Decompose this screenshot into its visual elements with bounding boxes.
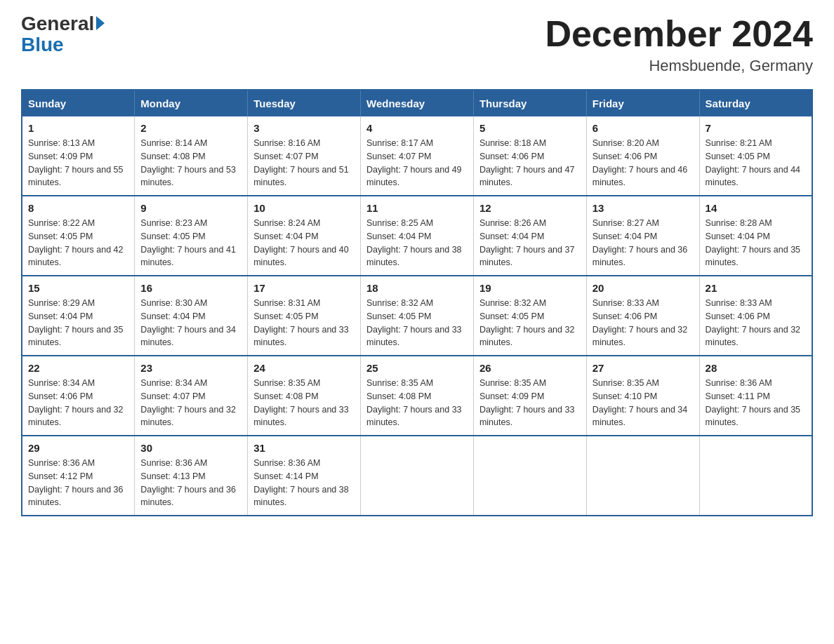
logo: General Blue: [21, 14, 105, 56]
daylight-label: Daylight: 7 hours and 49 minutes.: [366, 165, 462, 188]
daylight-label: Daylight: 7 hours and 38 minutes.: [253, 485, 349, 508]
daylight-label: Daylight: 7 hours and 36 minutes.: [140, 485, 236, 508]
header-thursday: Thursday: [473, 90, 586, 116]
day-number: 17: [253, 282, 355, 294]
day-info: Sunrise: 8:33 AM Sunset: 4:06 PM Dayligh…: [706, 297, 806, 349]
sunrise-label: Sunrise: 8:32 AM: [479, 298, 546, 308]
day-info: Sunrise: 8:35 AM Sunset: 4:09 PM Dayligh…: [479, 377, 581, 429]
day-number: 8: [28, 202, 128, 214]
day-info: Sunrise: 8:16 AM Sunset: 4:07 PM Dayligh…: [253, 137, 355, 189]
day-number: 16: [140, 282, 241, 294]
sunset-label: Sunset: 4:04 PM: [479, 232, 544, 241]
calendar-cell: 22 Sunrise: 8:34 AM Sunset: 4:06 PM Dayl…: [22, 356, 135, 436]
day-info: Sunrise: 8:25 AM Sunset: 4:04 PM Dayligh…: [366, 217, 468, 269]
day-number: 15: [28, 282, 128, 294]
day-number: 10: [253, 202, 355, 214]
sunrise-label: Sunrise: 8:33 AM: [706, 298, 772, 308]
sunrise-label: Sunrise: 8:29 AM: [28, 298, 95, 308]
day-number: 20: [593, 282, 694, 294]
day-number: 25: [366, 362, 468, 374]
calendar-cell: 10 Sunrise: 8:24 AM Sunset: 4:04 PM Dayl…: [248, 196, 361, 276]
daylight-label: Daylight: 7 hours and 33 minutes.: [479, 405, 575, 428]
header-wednesday: Wednesday: [361, 90, 474, 116]
sunset-label: Sunset: 4:06 PM: [28, 391, 93, 401]
sunrise-label: Sunrise: 8:14 AM: [140, 138, 207, 148]
sunrise-label: Sunrise: 8:30 AM: [140, 298, 207, 308]
sunset-label: Sunset: 4:07 PM: [366, 152, 431, 161]
day-number: 7: [706, 122, 806, 134]
calendar-cell: 13 Sunrise: 8:27 AM Sunset: 4:04 PM Dayl…: [586, 196, 699, 276]
day-info: Sunrise: 8:21 AM Sunset: 4:05 PM Dayligh…: [706, 137, 806, 189]
daylight-label: Daylight: 7 hours and 47 minutes.: [479, 165, 575, 188]
day-number: 26: [479, 362, 581, 374]
sunrise-label: Sunrise: 8:17 AM: [366, 138, 433, 148]
day-number: 4: [366, 122, 468, 134]
day-info: Sunrise: 8:22 AM Sunset: 4:05 PM Dayligh…: [28, 217, 128, 269]
sunset-label: Sunset: 4:04 PM: [253, 232, 318, 241]
calendar-cell: 23 Sunrise: 8:34 AM Sunset: 4:07 PM Dayl…: [135, 356, 248, 436]
calendar-cell: 8 Sunrise: 8:22 AM Sunset: 4:05 PM Dayli…: [22, 196, 135, 276]
daylight-label: Daylight: 7 hours and 55 minutes.: [28, 165, 124, 188]
sunset-label: Sunset: 4:04 PM: [140, 311, 205, 321]
sunset-label: Sunset: 4:04 PM: [28, 311, 93, 321]
sunset-label: Sunset: 4:08 PM: [366, 391, 431, 401]
calendar-cell: 29 Sunrise: 8:36 AM Sunset: 4:12 PM Dayl…: [22, 436, 135, 516]
day-number: 18: [366, 282, 468, 294]
sunset-label: Sunset: 4:05 PM: [253, 311, 318, 321]
calendar-body: 1 Sunrise: 8:13 AM Sunset: 4:09 PM Dayli…: [22, 116, 812, 516]
day-info: Sunrise: 8:35 AM Sunset: 4:08 PM Dayligh…: [253, 377, 355, 429]
sunset-label: Sunset: 4:06 PM: [706, 311, 770, 321]
sunset-label: Sunset: 4:05 PM: [366, 311, 431, 321]
calendar-subtitle: Hemsbuende, Germany: [545, 57, 813, 75]
day-info: Sunrise: 8:36 AM Sunset: 4:14 PM Dayligh…: [253, 457, 355, 509]
day-info: Sunrise: 8:24 AM Sunset: 4:04 PM Dayligh…: [253, 217, 355, 269]
calendar-cell: 2 Sunrise: 8:14 AM Sunset: 4:08 PM Dayli…: [135, 116, 248, 196]
weekday-header-row: Sunday Monday Tuesday Wednesday Thursday…: [22, 90, 812, 116]
calendar-cell: 5 Sunrise: 8:18 AM Sunset: 4:06 PM Dayli…: [473, 116, 586, 196]
sunset-label: Sunset: 4:09 PM: [479, 391, 544, 401]
day-info: Sunrise: 8:27 AM Sunset: 4:04 PM Dayligh…: [593, 217, 694, 269]
calendar-cell: 17 Sunrise: 8:31 AM Sunset: 4:05 PM Dayl…: [248, 276, 361, 356]
sunrise-label: Sunrise: 8:36 AM: [706, 378, 772, 388]
day-number: 9: [140, 202, 241, 214]
day-info: Sunrise: 8:29 AM Sunset: 4:04 PM Dayligh…: [28, 297, 128, 349]
sunrise-label: Sunrise: 8:36 AM: [28, 458, 95, 468]
calendar-cell: 20 Sunrise: 8:33 AM Sunset: 4:06 PM Dayl…: [586, 276, 699, 356]
header-sunday: Sunday: [22, 90, 135, 116]
day-info: Sunrise: 8:13 AM Sunset: 4:09 PM Dayligh…: [28, 137, 128, 189]
sunset-label: Sunset: 4:08 PM: [253, 391, 318, 401]
calendar-cell: 21 Sunrise: 8:33 AM Sunset: 4:06 PM Dayl…: [699, 276, 812, 356]
day-info: Sunrise: 8:14 AM Sunset: 4:08 PM Dayligh…: [140, 137, 241, 189]
daylight-label: Daylight: 7 hours and 35 minutes.: [706, 405, 801, 428]
sunrise-label: Sunrise: 8:33 AM: [593, 298, 659, 308]
day-info: Sunrise: 8:31 AM Sunset: 4:05 PM Dayligh…: [253, 297, 355, 349]
calendar-week-4: 22 Sunrise: 8:34 AM Sunset: 4:06 PM Dayl…: [22, 356, 812, 436]
day-info: Sunrise: 8:18 AM Sunset: 4:06 PM Dayligh…: [479, 137, 581, 189]
daylight-label: Daylight: 7 hours and 34 minutes.: [593, 405, 688, 428]
sunrise-label: Sunrise: 8:20 AM: [593, 138, 659, 148]
header-friday: Friday: [586, 90, 699, 116]
calendar-cell: 9 Sunrise: 8:23 AM Sunset: 4:05 PM Dayli…: [135, 196, 248, 276]
day-number: 13: [593, 202, 694, 214]
day-info: Sunrise: 8:26 AM Sunset: 4:04 PM Dayligh…: [479, 217, 581, 269]
daylight-label: Daylight: 7 hours and 32 minutes.: [140, 405, 236, 428]
daylight-label: Daylight: 7 hours and 38 minutes.: [366, 245, 462, 268]
sunrise-label: Sunrise: 8:28 AM: [706, 218, 772, 228]
calendar-week-2: 8 Sunrise: 8:22 AM Sunset: 4:05 PM Dayli…: [22, 196, 812, 276]
daylight-label: Daylight: 7 hours and 34 minutes.: [140, 325, 236, 348]
calendar-cell: [586, 436, 699, 516]
day-number: 3: [253, 122, 355, 134]
day-number: 29: [28, 442, 128, 454]
calendar-cell: [473, 436, 586, 516]
day-number: 24: [253, 362, 355, 374]
daylight-label: Daylight: 7 hours and 32 minutes.: [593, 325, 688, 348]
calendar-cell: 6 Sunrise: 8:20 AM Sunset: 4:06 PM Dayli…: [586, 116, 699, 196]
sunset-label: Sunset: 4:12 PM: [28, 471, 93, 481]
sunrise-label: Sunrise: 8:35 AM: [253, 378, 320, 388]
sunset-label: Sunset: 4:05 PM: [140, 232, 205, 241]
daylight-label: Daylight: 7 hours and 33 minutes.: [253, 405, 349, 428]
sunrise-label: Sunrise: 8:31 AM: [253, 298, 320, 308]
sunset-label: Sunset: 4:13 PM: [140, 471, 205, 481]
sunrise-label: Sunrise: 8:35 AM: [366, 378, 433, 388]
day-number: 2: [140, 122, 241, 134]
